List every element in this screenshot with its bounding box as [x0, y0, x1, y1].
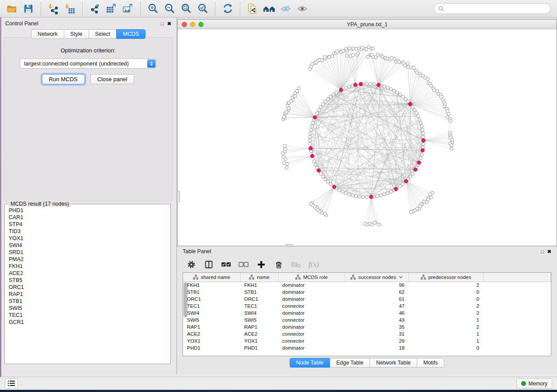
table-row[interactable]: SWI4SWI4dominator462: [183, 309, 551, 316]
show-all-icon[interactable]: [295, 2, 309, 16]
table-row[interactable]: SWI5SWI5connector431: [183, 316, 551, 323]
add-column-icon[interactable]: [256, 259, 266, 270]
mcds-result-list[interactable]: PHD1CAR1STP4TID3YOX1SWI4SRD1PMA2FKH1ACE2…: [6, 207, 165, 363]
search-field[interactable]: [434, 3, 551, 14]
float-panel-icon[interactable]: □: [161, 21, 164, 26]
table-cell: 46: [345, 309, 408, 316]
optimization-criterion-dropdown[interactable]: largest connected component (undirected): [20, 58, 156, 69]
refresh-icon[interactable]: [221, 2, 235, 16]
save-session-icon[interactable]: [21, 2, 35, 16]
table-scrollbar-track[interactable]: [545, 282, 550, 355]
mcds-result-item[interactable]: CAR1: [6, 214, 165, 221]
table-cell: 1: [408, 316, 483, 323]
table-cell: ORC1: [240, 296, 278, 303]
mcds-result-item[interactable]: SRD1: [6, 249, 165, 256]
table-row[interactable]: ACE2ACE2connector311: [183, 330, 551, 337]
memory-button[interactable]: Memory: [516, 378, 552, 389]
mcds-result-item[interactable]: SWI4: [6, 242, 165, 249]
close-panel-button[interactable]: Close panel: [90, 74, 135, 84]
table-tab-network-table[interactable]: Network Table: [370, 358, 417, 368]
zoom-selected-icon[interactable]: [196, 2, 210, 16]
network-canvas[interactable]: [178, 29, 557, 246]
import-table-icon[interactable]: [63, 2, 77, 16]
delete-column-icon[interactable]: [273, 259, 284, 270]
control-panel-tabs: NetworkStyleSelectMCDS: [0, 29, 176, 39]
table-row[interactable]: STB1STB1dominator620: [183, 289, 551, 296]
mcds-result-item[interactable]: TID3: [6, 228, 165, 235]
search-input[interactable]: [446, 5, 547, 12]
table-cell: dominator: [278, 344, 345, 351]
table-cell: 1: [408, 337, 483, 344]
mcds-result-item[interactable]: ACE2: [6, 270, 165, 277]
task-history-button[interactable]: [5, 378, 18, 389]
mcds-result-item[interactable]: STB1: [6, 298, 165, 305]
open-file-icon[interactable]: [5, 2, 19, 16]
import-network-icon[interactable]: [46, 2, 60, 16]
mcds-result-item[interactable]: SWI5: [6, 305, 165, 312]
table-tab-node-table[interactable]: Node Table: [290, 358, 330, 368]
table-row[interactable]: FKH1FKH1dominator962: [183, 282, 551, 289]
window-minimize-icon[interactable]: [190, 22, 195, 27]
select-all-icon[interactable]: [221, 259, 232, 270]
tab-style[interactable]: Style: [64, 29, 89, 39]
table-toolbar: f(x): [183, 257, 551, 272]
mcds-result-item[interactable]: FKH1: [6, 263, 165, 270]
splitter-grip-horizontal[interactable]: [286, 244, 293, 247]
tab-select[interactable]: Select: [89, 29, 117, 39]
column-header-name[interactable]: name: [240, 273, 278, 282]
table-row[interactable]: TEC1TEC1connector472: [183, 303, 551, 309]
column-header-shared-name[interactable]: shared name: [183, 273, 240, 282]
mcds-result-item[interactable]: RAP1: [6, 291, 165, 298]
first-neighbors-icon[interactable]: [262, 2, 276, 16]
hide-selected-icon[interactable]: [279, 2, 293, 16]
table-scrollbar-thumb[interactable]: [183, 282, 187, 317]
mcds-result-item[interactable]: TEC1: [6, 312, 165, 319]
zoom-out-icon[interactable]: [163, 2, 176, 16]
mcds-result-title: MCDS result (17 nodes): [9, 201, 71, 207]
clone-network-icon[interactable]: [246, 2, 259, 16]
table-row[interactable]: RAP1RAP1dominator352: [183, 323, 551, 330]
zoom-fit-icon[interactable]: [179, 2, 193, 16]
table-tab-motifs[interactable]: Motifs: [417, 358, 444, 368]
mcds-result-scrollbar[interactable]: [166, 205, 170, 363]
window-close-icon[interactable]: [182, 22, 187, 27]
node-table-grid: shared namenameMCDS rolesuccessor nodesp…: [183, 273, 551, 351]
close-table-panel-icon[interactable]: ✖: [547, 249, 551, 254]
mcds-result-item[interactable]: STP4: [6, 221, 165, 228]
node-table[interactable]: shared namenameMCDS rolesuccessor nodesp…: [183, 272, 551, 356]
table-tab-edge-table[interactable]: Edge Table: [330, 358, 370, 368]
mcds-result-item[interactable]: ORC1: [6, 284, 165, 291]
float-table-panel-icon[interactable]: □: [541, 249, 544, 254]
mcds-result-item[interactable]: YOX1: [6, 235, 165, 242]
table-row[interactable]: ORC1ORC1dominator610: [183, 296, 551, 303]
export-network-icon[interactable]: [88, 2, 102, 16]
settings-gear-icon[interactable]: [186, 259, 197, 270]
close-panel-icon[interactable]: ✖: [167, 21, 171, 26]
run-mcds-button[interactable]: Run MCDS: [42, 74, 85, 84]
tab-mcds[interactable]: MCDS: [116, 29, 145, 39]
zoom-in-icon[interactable]: [146, 2, 160, 16]
table-row[interactable]: YOX1YOX1connector291: [183, 337, 551, 344]
mcds-result-item[interactable]: STB5: [6, 277, 165, 284]
column-header-predecessor-nodes[interactable]: predecessor nodes: [408, 273, 483, 282]
table-cell: TEC1: [240, 303, 278, 309]
window-maximize-icon[interactable]: [198, 22, 204, 27]
tab-network[interactable]: Network: [31, 29, 64, 39]
mcds-result-item[interactable]: PHD1: [6, 207, 165, 214]
column-header-MCDS-role[interactable]: MCDS role: [278, 273, 345, 282]
export-image-icon[interactable]: [121, 2, 135, 16]
mcds-result-item[interactable]: PMA2: [6, 256, 165, 263]
table-body[interactable]: FKH1FKH1dominator962STB1STB1dominator620…: [183, 282, 551, 351]
column-tree-icon: [350, 275, 356, 280]
export-table-icon[interactable]: [104, 2, 118, 16]
table-row[interactable]: PHD1PHD1dominator180: [183, 344, 551, 351]
show-column-panel-icon[interactable]: [204, 259, 214, 270]
table-cell: dominator: [278, 296, 345, 303]
column-header-successor-nodes[interactable]: successor nodes: [345, 273, 408, 282]
clear-selection-icon[interactable]: [239, 259, 249, 270]
table-header-row[interactable]: shared namenameMCDS rolesuccessor nodesp…: [183, 273, 551, 282]
splitter-grip-vertical[interactable]: [177, 191, 180, 202]
mcds-result-item[interactable]: GCR1: [6, 319, 165, 326]
network-graph[interactable]: [178, 29, 557, 245]
network-window-titlebar[interactable]: YPA_prune.txt_1: [178, 20, 557, 29]
